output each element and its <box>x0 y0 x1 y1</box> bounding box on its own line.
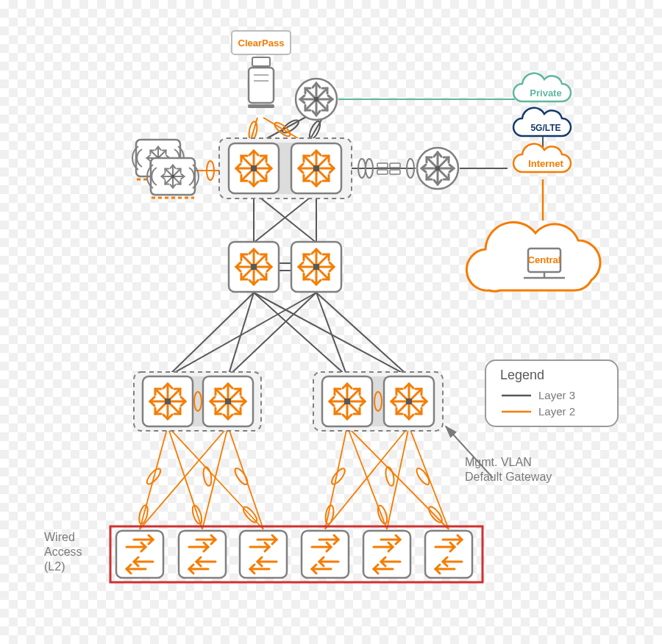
svg-text:Mgmt. VLAN: Mgmt. VLAN <box>465 456 532 468</box>
access-switches <box>116 531 472 578</box>
svg-rect-68 <box>249 68 274 103</box>
svg-text:Default Gateway: Default Gateway <box>465 471 552 483</box>
central-label: Central <box>528 254 561 265</box>
central-cloud: Central <box>466 222 600 291</box>
network-diagram: ClearPass Private 5G/LTE Internet <box>0 0 662 644</box>
legend-l2: Layer 2 <box>538 405 575 418</box>
agg-cluster-b <box>313 372 443 431</box>
dist-pair <box>229 242 341 292</box>
mgmt-annotation: Mgmt. VLAN Default Gateway <box>465 456 552 483</box>
legend-l3: Layer 3 <box>538 389 575 401</box>
svg-text:Access: Access <box>44 545 82 558</box>
internet-label: Internet <box>528 158 563 169</box>
5glte-cloud: 5G/LTE <box>513 108 571 136</box>
layer2-links <box>140 426 449 529</box>
wired-access-label: Wired Access (L2) <box>44 531 82 573</box>
svg-line-59 <box>325 426 347 529</box>
svg-line-35 <box>254 293 347 376</box>
svg-rect-48 <box>377 170 388 174</box>
5glte-label: 5G/LTE <box>530 123 560 133</box>
core-pair <box>219 138 352 198</box>
svg-line-41 <box>262 116 307 141</box>
svg-line-62 <box>325 426 409 529</box>
svg-rect-46 <box>377 163 388 168</box>
top-router <box>296 79 337 120</box>
svg-rect-67 <box>252 57 270 66</box>
legend: Legend Layer 3 Layer 2 <box>485 360 618 426</box>
svg-line-63 <box>387 426 409 529</box>
clearpass-node: ClearPass <box>232 31 291 108</box>
svg-text:(L2): (L2) <box>44 560 65 573</box>
wan-router <box>417 148 458 189</box>
legend-title: Legend <box>500 368 544 382</box>
svg-rect-49 <box>390 170 400 174</box>
private-cloud: Private <box>513 74 571 101</box>
agg-cluster-a <box>134 372 261 431</box>
svg-line-54 <box>168 426 202 529</box>
svg-rect-71 <box>248 104 274 108</box>
clearpass-label: ClearPass <box>238 37 285 49</box>
svg-line-39 <box>316 293 347 376</box>
ap-stack <box>132 140 199 198</box>
svg-rect-47 <box>390 163 400 168</box>
svg-text:Wired: Wired <box>44 531 75 543</box>
internet-cloud: Internet <box>513 144 571 172</box>
private-label: Private <box>530 87 561 99</box>
